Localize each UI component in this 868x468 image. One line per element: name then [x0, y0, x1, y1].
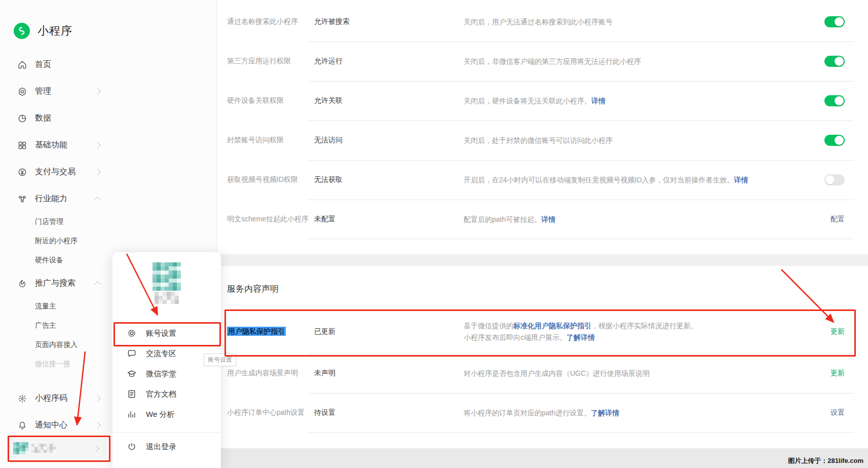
action-link-配置[interactable]: 配置: [831, 215, 845, 224]
description-line: 关闭后，处于封禁的微信账号可以访问此小程序: [464, 135, 793, 146]
description-text: 关闭后，硬件设备将无法关联此小程序。: [464, 97, 591, 105]
toggle-knob: [835, 96, 844, 105]
sidebar-item-label: 推广与搜索: [35, 278, 76, 289]
sidebar-item-通知中心[interactable]: 通知中心: [0, 412, 114, 439]
row-label: 通过名称搜索此小程序: [227, 17, 314, 26]
chevron-right-icon: [94, 142, 101, 148]
row-action: [793, 174, 854, 185]
inline-link[interactable]: 详情: [541, 215, 555, 223]
menu-item-账号设置[interactable]: 账号设置: [112, 323, 221, 343]
sidebar-item-推广与搜索[interactable]: 推广与搜索: [0, 270, 114, 297]
menu-item-官方文档[interactable]: 官方文档: [112, 384, 221, 404]
sidebar-item-label: 通知中心: [35, 420, 67, 431]
row-label: 硬件设备关联权限: [227, 96, 314, 105]
sidebar-user-item[interactable]: [7, 438, 106, 459]
sidebar-item-首页[interactable]: 首页: [0, 51, 114, 78]
toggle-switch[interactable]: [824, 95, 845, 106]
sidebar-item-label: 数据: [35, 113, 51, 124]
inline-link[interactable]: 了解详情: [591, 409, 619, 417]
sidebar-item-label: 支付与交易: [35, 167, 76, 177]
inline-link[interactable]: 详情: [734, 176, 748, 184]
description-line: 关闭后，非微信客户端的第三方应用将无法运行此小程序: [464, 56, 793, 67]
manage-icon: [17, 87, 27, 97]
permissions-panel: 通过名称搜索此小程序允许被搜索关闭后，用户无法通过名称搜索到此小程序账号第三方应…: [217, 0, 868, 254]
sidebar-item-行业能力[interactable]: 行业能力: [0, 185, 114, 212]
row-label: 第三方应用运行权限: [227, 57, 314, 66]
menu-divider: [112, 432, 221, 433]
description-text: 基于微信提供的: [464, 322, 513, 330]
sidebar-subitem-附近的小程序[interactable]: 附近的小程序: [0, 231, 114, 251]
sidebar-item-label: 微信搜一搜: [35, 360, 70, 369]
row-status-value: 允许关联: [314, 96, 464, 105]
toggle-knob: [825, 175, 835, 184]
description-line: 基于微信提供的标准化用户隐私保护指引，根据小程序实际情况进行更新。: [464, 320, 793, 332]
action-link-更新[interactable]: 更新: [831, 369, 845, 378]
sidebar-item-支付与交易[interactable]: 支付与交易: [0, 159, 114, 185]
power-icon: [127, 442, 137, 452]
sidebar-item-基础功能[interactable]: 基础功能: [0, 132, 114, 159]
chevron-right-icon: [94, 169, 101, 175]
sidebar-item-label: 广告主: [35, 321, 56, 330]
description-text: 将小程序的订单页对应的path进行设置。: [464, 409, 591, 417]
sidebar-item-label: 管理: [35, 86, 51, 97]
industry-icon: [17, 194, 27, 204]
menu-item-label: 交流专区: [146, 349, 176, 359]
sidebar-item-管理[interactable]: 管理: [0, 78, 114, 105]
row-action: 更新: [793, 327, 854, 336]
row-action: [793, 135, 854, 146]
sidebar-item-label: 行业能力: [35, 193, 67, 204]
row-label: 获取视频号视频ID权限: [227, 175, 314, 184]
description-text: 关闭后，用户无法通过名称搜索到此小程序账号: [464, 18, 613, 26]
sidebar-subitem-硬件设备[interactable]: 硬件设备: [0, 251, 114, 270]
chevron-right-icon: [94, 88, 101, 95]
menu-item-label: 官方文档: [146, 389, 176, 399]
row-action: 设置: [793, 408, 854, 417]
toggle-switch[interactable]: [824, 16, 845, 27]
row-description: 配置后的path可被拉起。详情: [464, 214, 793, 225]
toggle-switch[interactable]: [824, 135, 845, 146]
settings-row: 明文scheme拉起此小程序未配置配置后的path可被拉起。详情配置: [227, 200, 854, 239]
menu-item-label: 退出登录: [146, 442, 176, 452]
action-link-设置[interactable]: 设置: [831, 408, 845, 417]
sidebar-subitem-流量主[interactable]: 流量主: [0, 297, 114, 316]
sidebar-item-小程序码[interactable]: 小程序码: [0, 385, 114, 412]
row-status-value: 允许被搜索: [314, 17, 464, 26]
row-status-value: 待设置: [314, 408, 464, 417]
row-action: [793, 95, 854, 106]
row-label: 用户隐私保护指引: [227, 327, 314, 336]
toggle-knob: [835, 17, 844, 26]
toggle-knob: [835, 57, 844, 66]
sidebar-item-数据[interactable]: 数据: [0, 105, 114, 132]
toggle-switch[interactable]: [824, 56, 845, 67]
row-status-value: 未声明: [314, 369, 464, 378]
row-description: 对小程序是否包含用户生成内容（UGC）进行使用场景说明: [464, 368, 793, 379]
action-link-更新[interactable]: 更新: [831, 327, 845, 336]
sidebar-subitem-微信搜一搜[interactable]: 微信搜一搜: [0, 355, 114, 374]
chevron-up-icon: [94, 281, 101, 288]
account-settings-tooltip: 账号设置: [204, 354, 236, 366]
sidebar-subitem-门店管理[interactable]: 门店管理: [0, 212, 114, 231]
flame-icon: [17, 279, 27, 289]
settings-row: 第三方应用运行权限允许运行关闭后，非微信客户端的第三方应用将无法运行此小程序: [227, 42, 854, 81]
declarations-panel: 服务内容声明 用户隐私保护指引已更新基于微信提供的标准化用户隐私保护指引，根据小…: [217, 266, 868, 448]
inline-link[interactable]: 标准化用户隐私保护指引: [513, 322, 591, 330]
sidebar-subitem-页面内容接入[interactable]: 页面内容接入: [0, 335, 114, 355]
sidebar-subitem-广告主[interactable]: 广告主: [0, 316, 114, 335]
row-label: 封禁账号访问权限: [227, 136, 314, 145]
row-action: [793, 16, 854, 27]
menu-item-logout[interactable]: 退出登录: [112, 437, 221, 457]
blurred-account-name: [155, 292, 179, 304]
description-text: 关闭后，处于封禁的微信账号可以访问此小程序: [464, 136, 613, 144]
inline-link[interactable]: 详情: [591, 97, 606, 105]
inline-link[interactable]: 了解详情: [567, 333, 595, 341]
settings-row: 用户生成内容场景声明未声明对小程序是否包含用户生成内容（UGC）进行使用场景说明…: [227, 354, 854, 393]
menu-item-we-分析[interactable]: We 分析: [112, 404, 221, 424]
permissions-rows: 通过名称搜索此小程序允许被搜索关闭后，用户无法通过名称搜索到此小程序账号第三方应…: [227, 2, 854, 239]
description-line: 对小程序是否包含用户生成内容（UGC）进行使用场景说明: [464, 368, 793, 379]
description-line: 关闭后，用户无法通过名称搜索到此小程序账号: [464, 16, 793, 28]
menu-item-微信学堂[interactable]: 微信学堂: [112, 364, 221, 384]
row-description: 关闭后，非微信客户端的第三方应用将无法运行此小程序: [464, 56, 793, 67]
toggle-switch[interactable]: [824, 174, 845, 185]
row-status-value: 允许运行: [314, 57, 464, 66]
pay-icon: [17, 167, 27, 177]
